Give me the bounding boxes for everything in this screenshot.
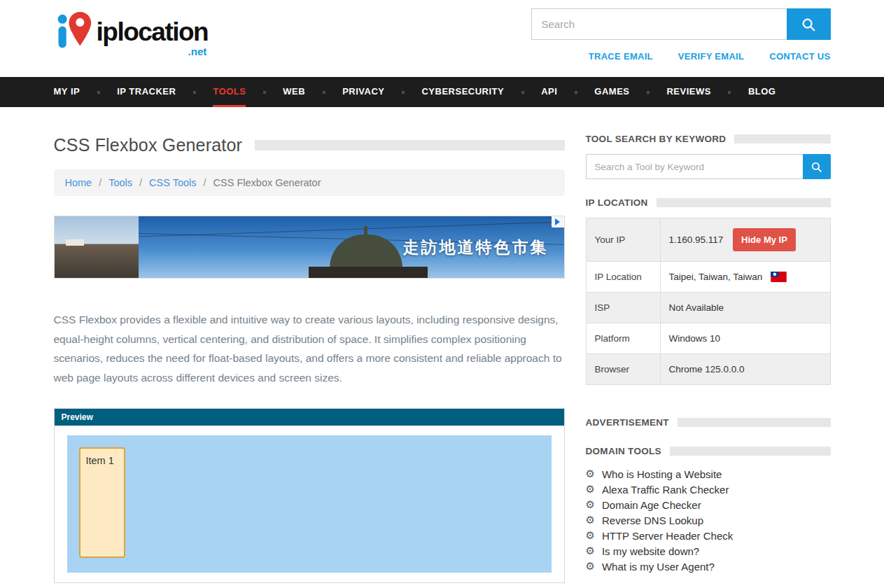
verify-email-link[interactable]: VERIFY EMAIL xyxy=(678,51,744,62)
breadcrumb: Home / Tools / CSS Tools / CSS Flexbox G… xyxy=(54,169,565,196)
header-links: TRACE EMAIL VERIFY EMAIL CONTACT US xyxy=(589,51,831,62)
ad-banner[interactable]: 走訪地道特色市集 xyxy=(54,216,565,279)
sidebar: TOOL SEARCH BY KEYWORD IP LOCATION Your … xyxy=(586,107,831,574)
contact-us-link[interactable]: CONTACT US xyxy=(769,51,830,62)
nav-blog[interactable]: BLOG xyxy=(748,77,776,107)
tool-search-button[interactable] xyxy=(803,154,831,179)
nav-web[interactable]: WEB xyxy=(283,77,305,107)
flexbox-preview-area: Item 1 xyxy=(67,435,552,573)
heading-decoration-bar xyxy=(678,418,831,427)
breadcrumb-separator: / xyxy=(139,177,142,188)
trace-email-link[interactable]: TRACE EMAIL xyxy=(589,51,653,62)
search-button[interactable] xyxy=(787,8,831,40)
row-label: IP Location xyxy=(586,262,660,293)
row-value: Not Available xyxy=(660,293,830,323)
domain-tool-reverse-dns[interactable]: Reverse DNS Lookup xyxy=(602,514,703,526)
nav-my-ip[interactable]: MY IP xyxy=(54,77,80,107)
ip-location-value: Taipei, Taiwan, Taiwan xyxy=(669,272,763,282)
table-row-isp: ISP Not Available xyxy=(586,293,830,323)
nav-separator xyxy=(193,91,196,94)
ip-location-table: Your IP 1.160.95.117 Hide My IP IP Locat… xyxy=(586,218,831,385)
advertisement-heading: ADVERTISEMENT xyxy=(586,417,669,428)
nav-separator xyxy=(402,91,405,94)
breadcrumb-separator: / xyxy=(99,177,101,188)
nav-separator xyxy=(728,91,731,94)
title-decoration-bar xyxy=(255,140,564,150)
nav-reviews[interactable]: REVIEWS xyxy=(666,77,710,107)
gear-icon: ⚙ xyxy=(586,515,595,526)
domain-tool-domain-age[interactable]: Domain Age Checker xyxy=(602,499,701,511)
search-input[interactable] xyxy=(531,8,787,40)
logo-text: iplocation xyxy=(97,19,209,45)
row-value: Taipei, Taiwan, Taiwan xyxy=(660,262,830,293)
ad-photo-main: 走訪地道特色市集 xyxy=(139,216,564,278)
gear-icon: ⚙ xyxy=(586,500,595,510)
search-icon xyxy=(811,161,822,173)
nav-separator xyxy=(521,91,524,94)
breadcrumb-tools[interactable]: Tools xyxy=(108,177,132,188)
table-row-platform: Platform Windows 10 xyxy=(586,323,830,354)
list-item: ⚙ Reverse DNS Lookup xyxy=(586,512,831,528)
nav-separator xyxy=(647,91,650,94)
row-value: 1.160.95.117 Hide My IP xyxy=(660,218,830,262)
gear-icon: ⚙ xyxy=(586,561,595,572)
nav-privacy[interactable]: PRIVACY xyxy=(342,77,384,107)
domain-tool-http-header[interactable]: HTTP Server Header Check xyxy=(602,530,733,542)
tool-description: CSS Flexbox provides a flexible and intu… xyxy=(54,310,565,387)
gear-icon: ⚙ xyxy=(586,484,595,495)
logo-tld: .net xyxy=(97,46,209,57)
nav-cybersecurity[interactable]: CYBERSECURITY xyxy=(421,77,504,107)
your-ip-value: 1.160.95.117 xyxy=(669,234,724,245)
heading-decoration-bar xyxy=(734,134,830,144)
domain-tool-user-agent[interactable]: What is my User Agent? xyxy=(602,561,715,573)
ad-photo-left xyxy=(55,216,139,278)
list-item: ⚙ Domain Age Checker xyxy=(586,497,831,512)
adchoices-icon[interactable] xyxy=(552,216,564,227)
main-navigation: MY IP IP TRACKER TOOLS WEB PRIVACY CYBER… xyxy=(0,77,884,107)
ip-location-heading: IP LOCATION xyxy=(586,197,648,208)
row-value: Windows 10 xyxy=(660,323,830,354)
table-row-your-ip: Your IP 1.160.95.117 Hide My IP xyxy=(586,218,830,262)
nav-separator xyxy=(323,91,325,94)
gear-icon: ⚙ xyxy=(586,469,595,479)
breadcrumb-css-tools[interactable]: CSS Tools xyxy=(149,177,196,188)
domain-tool-alexa-rank[interactable]: Alexa Traffic Rank Checker xyxy=(602,484,729,496)
domain-tools-list: ⚙ Who is Hosting a Website ⚙ Alexa Traff… xyxy=(586,466,831,574)
row-label: Platform xyxy=(586,323,660,354)
preview-header: Preview xyxy=(55,409,564,426)
table-row-ip-location: IP Location Taipei, Taiwan, Taiwan xyxy=(586,262,830,293)
hide-my-ip-button[interactable]: Hide My IP xyxy=(733,228,796,251)
gear-icon: ⚙ xyxy=(586,546,595,556)
gear-icon: ⚙ xyxy=(586,531,595,541)
breadcrumb-separator: / xyxy=(204,177,206,188)
heading-decoration-bar xyxy=(657,198,831,207)
tool-search-heading: TOOL SEARCH BY KEYWORD xyxy=(586,134,727,144)
nav-tools[interactable]: TOOLS xyxy=(213,77,246,107)
heading-decoration-bar xyxy=(670,447,831,456)
flex-item-1[interactable]: Item 1 xyxy=(79,447,125,558)
page-title: CSS Flexbox Generator xyxy=(54,135,243,155)
tool-search-bar xyxy=(586,154,831,179)
nav-games[interactable]: GAMES xyxy=(594,77,629,107)
row-value: Chrome 125.0.0.0 xyxy=(660,354,830,385)
list-item: ⚙ Is my website down? xyxy=(586,543,831,559)
nav-api[interactable]: API xyxy=(541,77,557,107)
nav-ip-tracker[interactable]: IP TRACKER xyxy=(117,77,176,107)
row-label: ISP xyxy=(586,293,660,323)
nav-separator xyxy=(263,91,266,94)
search-icon xyxy=(801,17,816,32)
site-logo[interactable]: iplocation .net xyxy=(54,10,209,57)
list-item: ⚙ HTTP Server Header Check xyxy=(586,528,831,543)
main-content: CSS Flexbox Generator Home / Tools / CSS… xyxy=(54,107,565,583)
nav-separator xyxy=(97,91,100,94)
tool-search-input[interactable] xyxy=(586,154,803,179)
logo-pin-icon xyxy=(54,10,93,53)
domain-tool-website-down[interactable]: Is my website down? xyxy=(602,545,699,557)
ad-caption: 走訪地道特色市集 xyxy=(403,237,549,258)
list-item: ⚙ Alexa Traffic Rank Checker xyxy=(586,482,831,497)
breadcrumb-home[interactable]: Home xyxy=(65,177,92,188)
breadcrumb-current: CSS Flexbox Generator xyxy=(213,177,321,188)
domain-tool-who-is-hosting[interactable]: Who is Hosting a Website xyxy=(602,468,722,480)
list-item: ⚙ Who is Hosting a Website xyxy=(586,466,831,482)
list-item: ⚙ What is my User Agent? xyxy=(586,559,831,574)
